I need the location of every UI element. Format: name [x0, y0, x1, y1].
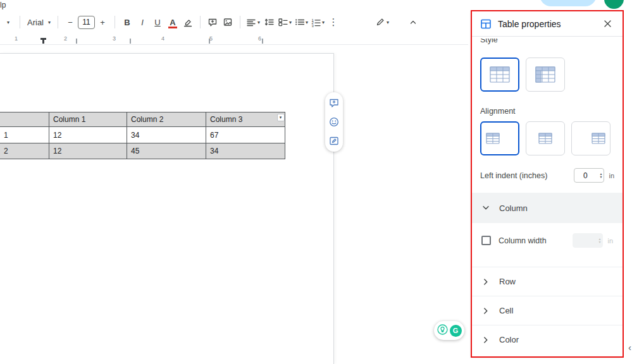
bulleted-list-button[interactable]: ▾: [293, 14, 309, 30]
toolbar-divider: [115, 16, 115, 28]
editing-mode-button[interactable]: ▾: [374, 14, 390, 30]
menu-bar-fragment[interactable]: lp: [0, 1, 6, 9]
table-cell[interactable]: [0, 112, 49, 127]
chevron-down-icon: ▾: [7, 20, 9, 25]
font-family-select[interactable]: Arial▾: [25, 14, 53, 30]
column-width-checkbox[interactable]: [481, 236, 491, 245]
font-family-value: Arial: [27, 18, 44, 27]
hide-menus-button[interactable]: [406, 14, 421, 30]
table-cell[interactable]: 34: [206, 143, 285, 159]
style-options: [480, 58, 614, 92]
text-color-button[interactable]: A: [165, 14, 180, 30]
ruler-number: 2: [64, 35, 67, 42]
color-section-header[interactable]: Color: [472, 325, 623, 354]
panel-header: Table properties: [472, 11, 623, 37]
stepper-icon[interactable]: ▴▾: [600, 173, 602, 179]
align-right-option[interactable]: [571, 121, 610, 155]
highlight-color-button[interactable]: [180, 14, 195, 30]
indent-marker[interactable]: [40, 38, 46, 40]
more-vertical-icon: ⋮: [329, 16, 338, 28]
edit-in-box-icon: [328, 135, 340, 147]
numbered-list-button[interactable]: 123▾: [309, 14, 326, 30]
chevron-down-icon: ▾: [387, 20, 389, 25]
table-cell[interactable]: Column 1: [49, 112, 127, 127]
column-marker[interactable]: [262, 39, 263, 44]
image-icon: [223, 17, 233, 27]
style-option-2[interactable]: [526, 58, 565, 92]
align-button[interactable]: ▾: [245, 14, 261, 30]
panel-title: Table properties: [498, 19, 561, 29]
font-size-input[interactable]: [78, 16, 95, 29]
left-indent-unit: in: [609, 172, 614, 179]
add-comment-icon: [328, 97, 340, 109]
align-left-icon: [246, 17, 256, 27]
column-width-row: Column width ▴▾ in: [480, 223, 614, 258]
style-option-1[interactable]: [480, 58, 519, 92]
italic-button[interactable]: I: [135, 14, 150, 30]
chevron-down-icon: ▾: [322, 20, 325, 25]
table-cell-text: Column 3: [210, 115, 242, 124]
table-cell[interactable]: 12: [49, 127, 127, 143]
table-cell[interactable]: Column 2: [127, 112, 206, 127]
suggest-edits-button[interactable]: [328, 135, 340, 147]
decrease-font-size-button[interactable]: −: [63, 14, 78, 30]
table-properties-panel: Table properties Style Alignment: [472, 11, 623, 358]
table-cell[interactable]: 67: [206, 127, 285, 143]
checklist-button[interactable]: ▾: [276, 14, 293, 30]
column-section-header[interactable]: Column: [472, 193, 623, 223]
panel-body: Style Alignment: [472, 39, 623, 354]
pencil-icon: [375, 17, 385, 27]
toolbar-divider: [58, 16, 58, 28]
insert-comment-button[interactable]: [205, 14, 220, 30]
emoji-reaction-button[interactable]: [328, 116, 340, 128]
checklist-icon: [278, 17, 288, 27]
table-row: 1 12 34 67: [0, 127, 285, 143]
row-section-header[interactable]: Row: [472, 267, 623, 296]
table-cell[interactable]: 2: [0, 143, 49, 159]
column-marker[interactable]: [76, 39, 77, 44]
toolbar-divider: [20, 16, 20, 28]
chevron-down-icon: ▾: [306, 20, 308, 25]
column-section-label: Column: [499, 203, 528, 213]
table-header-row: Column 1 Column 2 Column 3▾: [0, 112, 285, 127]
table-cell[interactable]: Column 3▾: [206, 112, 285, 127]
table-icon: [480, 18, 492, 30]
horizontal-ruler[interactable]: 1 2 3 4 5 6: [0, 34, 468, 45]
collapse-panel-chevron[interactable]: ‹: [628, 342, 631, 353]
truncated-dropdown[interactable]: ▾: [0, 14, 15, 30]
highlighter-icon: [183, 17, 193, 27]
account-avatar[interactable]: [604, 0, 624, 9]
increase-font-size-button[interactable]: +: [95, 14, 110, 30]
column-width-input-box: ▴▾: [573, 233, 603, 248]
table-menu-button[interactable]: ▾: [277, 114, 285, 121]
document-table[interactable]: Column 1 Column 2 Column 3▾ 1 12 34 67 2…: [0, 112, 285, 159]
document-page[interactable]: Column 1 Column 2 Column 3▾ 1 12 34 67 2…: [0, 53, 334, 364]
table-cell[interactable]: 1: [0, 127, 49, 143]
column-marker[interactable]: [130, 39, 131, 44]
underline-button[interactable]: U: [150, 14, 165, 30]
table-cell[interactable]: 12: [49, 143, 127, 159]
table-cell[interactable]: 45: [127, 143, 206, 159]
chevron-down-icon: [481, 203, 490, 212]
share-button[interactable]: [540, 0, 597, 6]
align-center-option[interactable]: [526, 121, 565, 155]
color-section-label: Color: [499, 335, 519, 344]
left-indent-input[interactable]: [577, 171, 593, 180]
document-canvas[interactable]: Column 1 Column 2 Column 3▾ 1 12 34 67 2…: [0, 45, 471, 364]
ruler-number: 4: [161, 35, 164, 42]
insert-image-button[interactable]: [220, 14, 235, 30]
toolbar-divider: [200, 16, 201, 28]
cell-section-header[interactable]: Cell: [472, 296, 623, 325]
more-options-button[interactable]: ⋮: [326, 14, 341, 30]
line-spacing-button[interactable]: [261, 14, 276, 30]
add-comment-icon: [208, 17, 218, 27]
close-panel-button[interactable]: [600, 17, 614, 31]
format-toolbar: ▾ Arial▾ − + B I U A ▾: [0, 13, 421, 32]
grammarly-widget[interactable]: G: [434, 321, 464, 340]
bold-button[interactable]: B: [120, 14, 135, 30]
table-cell[interactable]: 34: [127, 127, 206, 143]
column-marker[interactable]: [209, 39, 210, 44]
align-left-option[interactable]: [480, 121, 519, 155]
svg-text:3: 3: [312, 24, 314, 27]
add-comment-button[interactable]: [328, 97, 340, 109]
